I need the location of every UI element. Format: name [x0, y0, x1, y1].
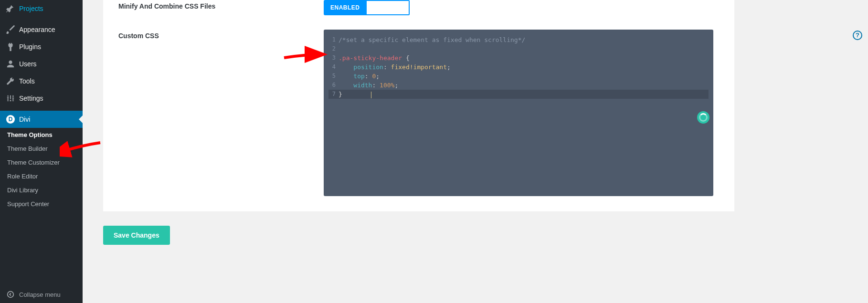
pin-icon	[6, 4, 15, 13]
sidebar-label: Projects	[19, 5, 43, 12]
code-line-1: /*set a specific element as fixed when s…	[339, 35, 525, 44]
help-icon[interactable]: ?	[853, 31, 862, 40]
sidebar-item-appearance[interactable]: Appearance	[0, 21, 83, 38]
submenu-theme-options[interactable]: Theme Options	[0, 128, 83, 142]
theme-options-panel: Minify And Combine CSS Files ENABLED Cus…	[103, 0, 734, 211]
toggle-state-label: ENABLED	[324, 0, 367, 15]
option-label: Minify And Combine CSS Files	[118, 0, 324, 10]
collapse-menu[interactable]: Collapse menu	[0, 286, 83, 303]
minify-css-toggle[interactable]: ENABLED	[324, 0, 410, 15]
sidebar-label: Divi	[19, 115, 30, 123]
collapse-label: Collapse menu	[19, 291, 61, 298]
sidebar-item-tools[interactable]: Tools	[0, 73, 83, 90]
sidebar-label: Users	[19, 60, 37, 68]
custom-css-editor[interactable]: 1/*set a specific element as fixed when …	[324, 30, 713, 196]
loading-spinner-icon	[699, 113, 708, 122]
sidebar-item-projects[interactable]: Projects	[0, 0, 83, 17]
submenu-support-center[interactable]: Support Center	[0, 197, 83, 211]
sidebar-label: Tools	[19, 77, 35, 85]
brush-icon	[6, 25, 15, 34]
submenu-theme-customizer[interactable]: Theme Customizer	[0, 156, 83, 169]
sidebar-item-divi[interactable]: D Divi	[0, 111, 83, 128]
submenu-theme-builder[interactable]: Theme Builder	[0, 142, 83, 156]
text-cursor	[371, 92, 371, 98]
sliders-icon	[6, 94, 15, 103]
main-content: Minify And Combine CSS Files ENABLED Cus…	[83, 0, 868, 303]
sidebar-item-settings[interactable]: Settings	[0, 90, 83, 107]
svg-point-0	[8, 292, 14, 298]
save-changes-button[interactable]: Save Changes	[103, 226, 170, 245]
submenu-role-editor[interactable]: Role Editor	[0, 169, 83, 183]
wrench-icon	[6, 76, 15, 86]
submenu-divi-library[interactable]: Divi Library	[0, 183, 83, 197]
admin-sidebar: Projects Appearance Plugins Users Tools …	[0, 0, 83, 303]
user-icon	[6, 59, 15, 69]
sidebar-label: Appearance	[19, 26, 55, 33]
sidebar-label: Settings	[19, 94, 43, 102]
plug-icon	[6, 42, 15, 52]
option-custom-css: Custom CSS 1/*set a specific element as …	[118, 30, 719, 196]
option-label: Custom CSS	[118, 30, 324, 40]
option-minify-css: Minify And Combine CSS Files ENABLED	[118, 0, 719, 30]
collapse-icon	[6, 290, 15, 299]
toggle-handle	[367, 0, 410, 15]
sidebar-label: Plugins	[19, 43, 41, 51]
divi-icon: D	[6, 115, 15, 124]
sidebar-item-plugins[interactable]: Plugins	[0, 38, 83, 55]
sidebar-item-users[interactable]: Users	[0, 55, 83, 73]
